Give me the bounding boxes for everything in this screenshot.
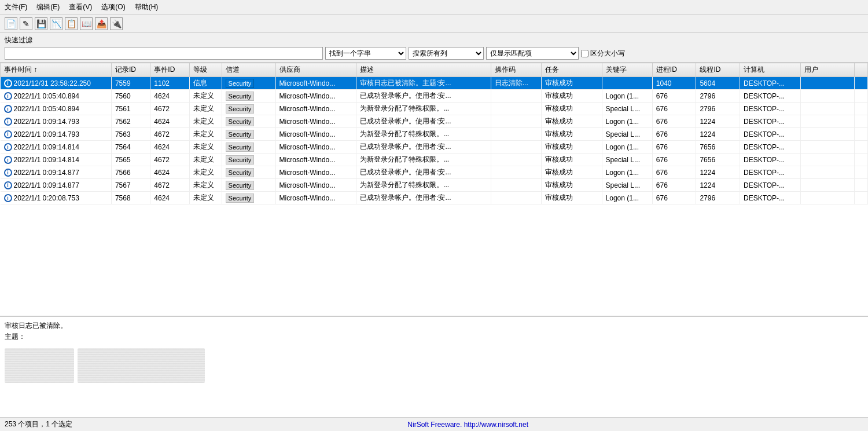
cell-desc: 为新登录分配了特殊权限。... <box>356 179 491 192</box>
cell-vendor: Microsoft-Windo... <box>275 141 356 154</box>
case-sensitive-input[interactable] <box>581 50 589 57</box>
cell-channel: Security <box>222 154 275 166</box>
col-header-task[interactable]: 任务 <box>541 63 602 77</box>
search-mode-dropdown[interactable]: 找到一个字串 <box>325 47 406 60</box>
cell-channel: Security <box>222 103 275 115</box>
cell-extra <box>854 77 867 90</box>
cell-user <box>800 128 854 141</box>
cell-task: 审核成功 <box>541 179 602 192</box>
col-header-keyword[interactable]: 关键字 <box>602 63 652 77</box>
table-header-row: 事件时间 ↑ 记录ID 事件ID 等级 信道 供应商 描述 操作码 任务 关键字… <box>1 63 868 77</box>
toolbar-btn-1[interactable]: 📄 <box>5 17 17 30</box>
cell-time: i2022/1/1 0:20:08.753 <box>1 192 112 204</box>
cell-evid: 4672 <box>150 154 189 166</box>
menu-file[interactable]: 文件(F) <box>5 2 27 12</box>
row-icon: i <box>4 79 12 87</box>
cell-channel: Security <box>222 192 275 204</box>
event-table-container[interactable]: 事件时间 ↑ 记录ID 事件ID 等级 信道 供应商 描述 操作码 任务 关键字… <box>0 63 868 316</box>
cell-recid: 7565 <box>111 154 150 166</box>
col-header-desc[interactable]: 描述 <box>356 63 491 77</box>
cell-level: 未定义 <box>189 141 222 154</box>
cell-task: 审核成功 <box>541 154 602 166</box>
case-sensitive-checkbox[interactable]: 区分大小写 <box>581 49 625 59</box>
cell-keyword: Special L... <box>602 179 652 192</box>
menu-help[interactable]: 帮助(H) <box>135 2 159 12</box>
cell-user <box>800 154 854 166</box>
table-row[interactable]: i2022/1/1 0:09:14.87775664624未定义Security… <box>1 166 868 179</box>
toolbar-btn-5[interactable]: 📋 <box>65 17 78 30</box>
channel-badge: Security <box>226 181 255 190</box>
cell-opcode <box>491 141 541 154</box>
row-icon: i <box>4 105 12 113</box>
cell-desc: 已成功登录帐户。使用者:安... <box>356 90 491 103</box>
table-row[interactable]: i2021/12/31 23:58:22.25075591102信息Securi… <box>1 77 868 90</box>
cell-evid: 4672 <box>150 128 189 141</box>
cell-time: i2022/1/1 0:09:14.814 <box>1 141 112 154</box>
cell-extra <box>854 192 867 204</box>
detail-blurred-image1 <box>5 348 74 383</box>
col-header-user[interactable]: 用户 <box>800 63 854 77</box>
table-row[interactable]: i2022/1/1 0:09:14.79375634672未定义Security… <box>1 128 868 141</box>
col-header-pid[interactable]: 进程ID <box>652 63 696 77</box>
toolbar-btn-6[interactable]: 📖 <box>80 17 93 30</box>
cell-opcode <box>491 179 541 192</box>
display-mode-dropdown[interactable]: 仅显示匹配项 <box>486 47 579 60</box>
cell-opcode: 日志清除... <box>491 77 541 90</box>
cell-tid: 7656 <box>696 154 740 166</box>
toolbar-btn-8[interactable]: 🔌 <box>110 17 123 30</box>
search-column-dropdown[interactable]: 搜索所有列 <box>409 47 484 60</box>
col-header-opcode[interactable]: 操作码 <box>491 63 541 77</box>
table-row[interactable]: i2022/1/1 0:05:40.89475614672未定义Security… <box>1 103 868 115</box>
col-header-evid[interactable]: 事件ID <box>150 63 189 77</box>
cell-time: i2022/1/1 0:05:40.894 <box>1 103 112 115</box>
toolbar-btn-3[interactable]: 💾 <box>35 17 47 30</box>
cell-pid: 676 <box>652 103 696 115</box>
time-text: 2022/1/1 0:09:14.793 <box>14 130 79 138</box>
toolbar-btn-4[interactable]: 📉 <box>50 17 62 30</box>
cell-level: 未定义 <box>189 90 222 103</box>
cell-evid: 4624 <box>150 141 189 154</box>
cell-extra <box>854 128 867 141</box>
table-row[interactable]: i2022/1/1 0:09:14.79375624624未定义Security… <box>1 115 868 128</box>
channel-badge: Security <box>226 143 255 152</box>
cell-opcode <box>491 90 541 103</box>
col-header-vendor[interactable]: 供应商 <box>275 63 356 77</box>
channel-badge: Security <box>226 117 255 126</box>
cell-extra <box>854 154 867 166</box>
filterbar: 快速过滤 找到一个字串 搜索所有列 仅显示匹配项 区分大小写 <box>0 33 868 63</box>
case-sensitive-label: 区分大小写 <box>590 49 625 59</box>
menu-view[interactable]: 查看(V) <box>69 2 92 12</box>
cell-vendor: Microsoft-Windo... <box>275 77 356 90</box>
cell-computer: DESKTOP-... <box>740 179 800 192</box>
cell-pid: 676 <box>652 179 696 192</box>
menu-edit[interactable]: 编辑(E) <box>36 2 60 12</box>
table-row[interactable]: i2022/1/1 0:09:14.87775674672未定义Security… <box>1 179 868 192</box>
col-header-recid[interactable]: 记录ID <box>111 63 150 77</box>
col-header-computer[interactable]: 计算机 <box>740 63 800 77</box>
toolbar-btn-7[interactable]: 📤 <box>95 17 108 30</box>
table-row[interactable]: i2022/1/1 0:20:08.75375684624未定义Security… <box>1 192 868 204</box>
cell-recid: 7567 <box>111 179 150 192</box>
col-header-time[interactable]: 事件时间 ↑ <box>1 63 112 77</box>
table-row[interactable]: i2022/1/1 0:05:40.89475604624未定义Security… <box>1 90 868 103</box>
cell-keyword: Logon (1... <box>602 141 652 154</box>
cell-user <box>800 90 854 103</box>
col-header-channel[interactable]: 信道 <box>222 63 275 77</box>
cell-opcode <box>491 103 541 115</box>
cell-vendor: Microsoft-Windo... <box>275 128 356 141</box>
cell-user <box>800 115 854 128</box>
table-row[interactable]: i2022/1/1 0:09:14.81475644624未定义Security… <box>1 141 868 154</box>
cell-pid: 676 <box>652 154 696 166</box>
col-header-extra <box>854 63 867 77</box>
cell-vendor: Microsoft-Windo... <box>275 90 356 103</box>
col-header-tid[interactable]: 线程ID <box>696 63 740 77</box>
cell-level: 未定义 <box>189 103 222 115</box>
table-row[interactable]: i2022/1/1 0:09:14.81475654672未定义Security… <box>1 154 868 166</box>
cell-level: 未定义 <box>189 179 222 192</box>
col-header-level[interactable]: 等级 <box>189 63 222 77</box>
cell-channel: Security <box>222 77 275 90</box>
search-input[interactable] <box>5 47 323 60</box>
toolbar-btn-2[interactable]: ✎ <box>20 17 32 30</box>
menu-options[interactable]: 选项(O) <box>101 2 125 12</box>
cell-tid: 2796 <box>696 103 740 115</box>
